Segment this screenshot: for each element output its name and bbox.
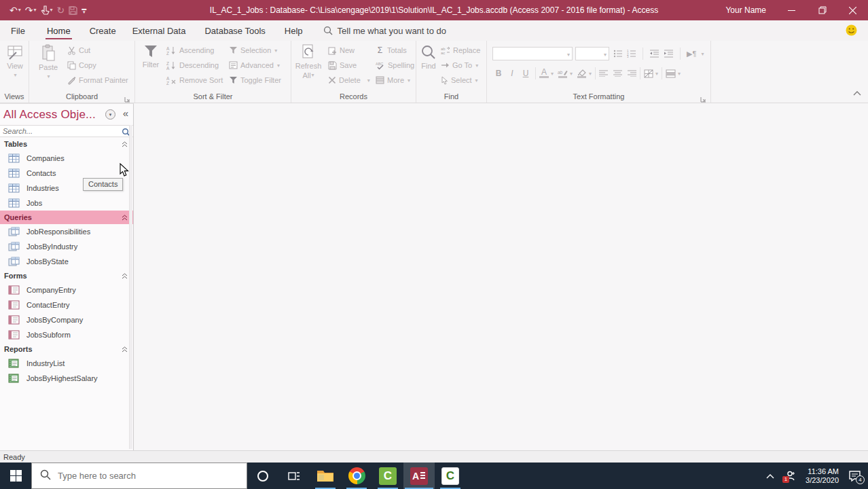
tab-file[interactable]: File <box>10 20 26 41</box>
nav-item-jobssubform[interactable]: JobsSubform <box>0 327 133 342</box>
collapse-section-icon[interactable] <box>122 272 128 280</box>
camtasia-recorder-button[interactable]: C <box>435 463 466 489</box>
totals-button: Σ Totals <box>376 43 407 57</box>
svg-text:ac: ac <box>441 51 445 54</box>
format-painter-icon <box>67 76 76 85</box>
nav-menu-dropdown-icon[interactable]: ▼ <box>105 109 115 120</box>
nav-section-queries[interactable]: Queries <box>0 211 133 224</box>
cortana-button[interactable] <box>247 463 278 489</box>
nav-search-bar[interactable] <box>0 125 133 137</box>
filter-button: Filter <box>139 44 162 69</box>
highlight-color-icon[interactable]: ab <box>558 69 568 78</box>
nav-item-contactentry[interactable]: ContactEntry <box>0 297 133 312</box>
font-color-button[interactable]: A <box>539 69 549 78</box>
decrease-indent-icon[interactable] <box>649 50 659 58</box>
nav-item-jobsbycompany[interactable]: JobsByCompany <box>0 312 133 327</box>
tab-create[interactable]: Create <box>88 20 117 41</box>
feedback-smiley-icon[interactable] <box>846 24 857 36</box>
customize-qat-icon[interactable]: ▬▾ <box>82 7 86 14</box>
font-size-combo[interactable]: ▾ <box>575 47 609 60</box>
nav-search-input[interactable] <box>3 127 111 135</box>
tray-expand-icon[interactable] <box>766 473 774 479</box>
start-button[interactable] <box>0 463 31 489</box>
nav-section-tables[interactable]: Tables <box>0 137 133 151</box>
nav-item-industrylist[interactable]: IndustryList <box>0 356 133 371</box>
nav-section-forms[interactable]: Forms <box>0 269 133 283</box>
nav-section-reports[interactable]: Reports <box>0 342 133 356</box>
nav-item-jobsbyhighestsalary[interactable]: JobsByHighestSalary <box>0 371 133 386</box>
alternate-row-color-icon[interactable] <box>666 69 676 78</box>
chrome-button[interactable] <box>341 463 372 489</box>
touch-mode-icon[interactable]: ▾ <box>41 5 53 16</box>
italic-button[interactable]: I <box>506 69 518 78</box>
tab-external-data[interactable]: External Data <box>131 20 187 41</box>
advanced-filter-icon <box>229 61 238 69</box>
nav-item-companies[interactable]: Companies <box>0 151 133 166</box>
minimize-button[interactable] <box>776 0 807 20</box>
align-left-icon[interactable] <box>599 70 608 77</box>
select-cursor-icon <box>441 76 448 85</box>
redo-icon[interactable]: ↷▾ <box>25 5 37 15</box>
tab-home[interactable]: Home <box>46 20 72 41</box>
taskbar-search-input[interactable] <box>58 471 221 481</box>
toggle-filter-button: Toggle Filter <box>229 73 281 87</box>
query-icon <box>8 257 20 266</box>
copy-icon <box>67 61 76 70</box>
collapse-section-icon[interactable] <box>122 214 128 222</box>
text-formatting-dialog-launcher-icon[interactable] <box>700 93 707 100</box>
taskbar-search-box[interactable] <box>31 463 247 489</box>
task-view-button[interactable] <box>278 463 310 489</box>
format-painter-button: Format Painter <box>67 73 128 87</box>
group-label-clipboard: Clipboard <box>29 92 134 101</box>
undo-icon[interactable]: ↶▾ <box>10 5 21 15</box>
nav-item-jobs[interactable]: Jobs <box>0 196 133 211</box>
increase-indent-icon[interactable] <box>664 50 674 58</box>
align-center-icon[interactable] <box>613 70 622 77</box>
svg-text:A: A <box>166 66 170 70</box>
group-label-text-formatting: Text Formatting <box>487 92 710 101</box>
underline-button[interactable]: U <box>520 69 532 78</box>
svg-text:A: A <box>166 46 170 51</box>
svg-text:Z: Z <box>166 81 169 85</box>
font-name-combo[interactable]: ▾ <box>492 47 573 60</box>
gridlines-icon[interactable] <box>644 69 653 78</box>
account-name[interactable]: Your Name <box>725 0 766 20</box>
restore-button[interactable] <box>807 0 837 20</box>
nav-item-companyentry[interactable]: CompanyEntry <box>0 283 133 297</box>
text-direction-icon[interactable]: ▶¶ <box>687 50 696 58</box>
tell-me-box[interactable]: Tell me what you want to do <box>323 26 446 36</box>
numbering-icon[interactable]: 123 <box>627 50 636 58</box>
clipboard-dialog-launcher-icon[interactable] <box>124 93 131 100</box>
nav-item-jobsbystate[interactable]: JobsByState <box>0 254 133 269</box>
align-right-icon[interactable] <box>628 70 636 77</box>
filter-icon <box>143 44 159 59</box>
nav-item-jobsbyindustry[interactable]: JobsByIndustry <box>0 239 133 254</box>
tab-database-tools[interactable]: Database Tools <box>203 20 266 41</box>
nav-scrollbar[interactable] <box>129 125 132 449</box>
tray-clock[interactable]: 11:36 AM 3/23/2020 <box>806 467 839 485</box>
svg-text:ab: ab <box>558 70 563 75</box>
close-button[interactable] <box>837 0 868 20</box>
camtasia-button[interactable]: C <box>372 463 403 489</box>
table-icon <box>8 183 20 193</box>
bold-button[interactable]: B <box>492 69 505 78</box>
nav-pane-header[interactable]: All Access Obje... ▼ « <box>0 104 133 125</box>
collapse-section-icon[interactable] <box>122 141 128 149</box>
collapse-section-icon[interactable] <box>122 346 128 354</box>
access-button[interactable]: A <box>403 463 435 489</box>
collapse-ribbon-icon[interactable] <box>853 86 861 98</box>
svg-text:Z: Z <box>166 61 169 66</box>
file-explorer-button[interactable] <box>310 463 341 489</box>
tooltip: Contacts <box>83 178 123 191</box>
advanced-button: Advanced▾ <box>229 58 280 72</box>
people-icon[interactable]: 1 <box>784 471 796 482</box>
tab-help[interactable]: Help <box>283 20 304 41</box>
save-icon <box>69 6 77 15</box>
nav-item-jobresponsibilities[interactable]: JobResponsibilities <box>0 224 133 239</box>
delete-icon <box>328 76 336 84</box>
shutter-bar-close-icon[interactable]: « <box>123 107 128 119</box>
group-label-find: Find <box>416 92 486 101</box>
bullets-icon[interactable] <box>613 50 623 58</box>
background-fill-icon[interactable] <box>577 69 587 78</box>
action-center-icon[interactable]: 4 <box>848 470 861 482</box>
